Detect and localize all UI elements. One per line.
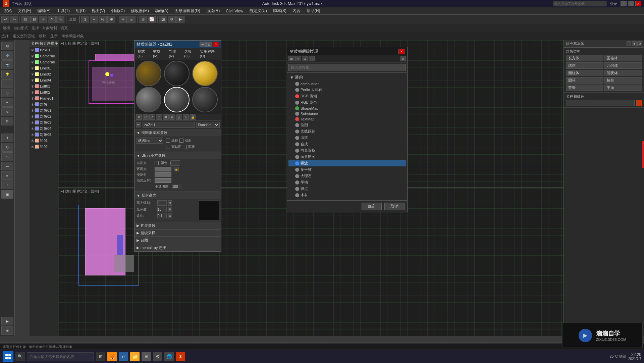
maps-header[interactable]: ▶ 贴图 bbox=[135, 237, 221, 244]
rotate-gizmo-tool[interactable]: ↻ bbox=[1, 143, 13, 152]
supersample-header[interactable]: ▶ 超级采样 bbox=[135, 229, 221, 237]
opacity-input[interactable] bbox=[172, 184, 182, 189]
menu-edit[interactable]: 编辑(E) bbox=[35, 7, 53, 14]
shader-type-select[interactable]: (B)Blinn bbox=[137, 138, 163, 144]
tree-item-rgb-tint[interactable]: RGB 染色 bbox=[288, 99, 406, 106]
move-btn[interactable]: ✛ bbox=[39, 16, 47, 23]
tree-item-dent[interactable]: 凹痕 bbox=[288, 135, 406, 141]
mat-browser-close[interactable]: ✕ bbox=[398, 49, 405, 54]
facemat-cb[interactable] bbox=[166, 145, 170, 149]
blinn-section-header[interactable]: ▼ Blinn 基本参数 bbox=[135, 152, 221, 159]
helper-tool[interactable]: + bbox=[1, 98, 13, 107]
percent-snap-btn[interactable]: % bbox=[99, 16, 107, 23]
gloss-spin[interactable]: ⊕ bbox=[168, 200, 172, 206]
btn-pyramid[interactable]: 棱柱 bbox=[604, 77, 642, 84]
btn-tube[interactable]: 管状体 bbox=[604, 70, 642, 76]
mb-view-btn4[interactable]: ◻ bbox=[309, 56, 315, 61]
btn-plane[interactable]: 平面 bbox=[604, 85, 642, 91]
mat-type-select[interactable]: Standard bbox=[196, 122, 220, 128]
mat-editor-close[interactable]: ✕ bbox=[213, 42, 219, 47]
mat-menu-options[interactable]: 选项(O) bbox=[182, 49, 198, 58]
gloss-input[interactable] bbox=[157, 200, 167, 206]
tree-item-wood[interactable]: 木材 bbox=[288, 192, 406, 198]
viewport-tool[interactable]: ▣ bbox=[1, 190, 13, 199]
obj-name-input[interactable] bbox=[566, 100, 635, 106]
menu-group[interactable]: 组(G) bbox=[73, 7, 88, 14]
select-btn[interactable]: ⊡ bbox=[21, 16, 30, 23]
app-icon2[interactable]: ⚙ bbox=[153, 352, 162, 361]
illum-val-input[interactable] bbox=[170, 160, 180, 166]
undo-btn[interactable]: ↩ bbox=[1, 16, 9, 23]
geometry-tool[interactable]: ⬛ bbox=[1, 79, 13, 88]
menu-help[interactable]: 帮助(H) bbox=[304, 7, 323, 14]
name-color-swatch[interactable] bbox=[636, 100, 642, 106]
select-tool[interactable]: ⊡ bbox=[1, 42, 13, 50]
mat-browser-ok[interactable]: 确定 bbox=[362, 203, 382, 210]
mat-tb-btn5[interactable]: ⊞ bbox=[163, 114, 169, 120]
mb-view-btn1[interactable]: ⊞ bbox=[288, 56, 294, 61]
soften-spin[interactable]: ⊕ bbox=[168, 213, 172, 218]
shader-section-header[interactable]: ▼ 明暗器基本参数 bbox=[135, 129, 221, 136]
tree-item-perlin[interactable]: Perlin 大理石 bbox=[288, 87, 406, 93]
menu-graph-editor[interactable]: 图形编辑器(D) bbox=[172, 7, 203, 14]
mirror-btn[interactable]: ⇔ bbox=[119, 16, 127, 23]
mat-menu-utils[interactable]: 实用程序(U) bbox=[198, 49, 220, 58]
mentalray-header[interactable]: ▶ mental ray 连接 bbox=[135, 244, 221, 251]
mat-ball-6[interactable] bbox=[192, 87, 218, 112]
menu-3ds[interactable]: 3DS bbox=[1, 8, 14, 14]
btn-geosphere[interactable]: 几何体 bbox=[604, 62, 642, 69]
reflect-section-header[interactable]: ▼ 反射高光 bbox=[135, 192, 221, 199]
mat-editor-maximize[interactable]: □ bbox=[206, 42, 212, 47]
mb-view-btn5[interactable]: ⚙ bbox=[400, 56, 406, 61]
tree-item-speckle[interactable]: 斑点 bbox=[288, 186, 406, 192]
btn-cylinder[interactable]: 圆柱体 bbox=[566, 70, 603, 76]
link-icon[interactable]: 🔒 bbox=[174, 167, 179, 171]
redo-btn[interactable]: ↪ bbox=[10, 16, 18, 23]
twosided-cb[interactable] bbox=[179, 139, 183, 143]
mat-tb-btn9[interactable]: 🔒 bbox=[190, 114, 196, 120]
folder-icon[interactable]: 📁 bbox=[130, 352, 140, 361]
wireframe-cb[interactable] bbox=[166, 139, 170, 143]
tree-item-textmap[interactable]: TextMap bbox=[288, 116, 406, 122]
mirror-gizmo-tool[interactable]: ⇔ bbox=[1, 162, 13, 170]
light-tool[interactable]: 💡 bbox=[1, 70, 13, 79]
go-forward-btn[interactable]: ▶ bbox=[1, 317, 13, 325]
close-button[interactable]: ✕ bbox=[635, 1, 641, 6]
mat-name-input[interactable] bbox=[143, 122, 195, 128]
mb-view-btn2[interactable]: ≡ bbox=[295, 56, 301, 61]
layer-btn[interactable]: ⊞ bbox=[139, 16, 147, 23]
tree-item-bitmap[interactable]: 位图 bbox=[288, 122, 406, 128]
menu-create[interactable]: 创建(C) bbox=[108, 7, 127, 14]
align-btn[interactable]: ≡ bbox=[127, 16, 136, 23]
create-preview-btn[interactable]: ⊕ bbox=[1, 326, 13, 335]
scale-btn[interactable]: ⤡ bbox=[56, 16, 64, 23]
mat-editor-titlebar[interactable]: 材质编辑器 - zaZhi1 ─ □ ✕ bbox=[135, 41, 221, 48]
props-icon3[interactable]: ⚙ bbox=[637, 41, 642, 46]
tree-item-shapemap[interactable]: ShapeMap bbox=[288, 106, 406, 111]
mat-search-input[interactable] bbox=[288, 64, 406, 71]
tree-item-substance[interactable]: Substance bbox=[288, 111, 406, 116]
ie-icon[interactable]: e bbox=[119, 352, 128, 361]
align-gizmo-tool[interactable]: ≡ bbox=[1, 171, 13, 180]
app-icon1[interactable]: 🖥 bbox=[142, 352, 151, 361]
tree-item-tiles[interactable]: 平铺 bbox=[288, 179, 406, 186]
mat-tb-btn6[interactable]: ⊗ bbox=[169, 114, 175, 120]
link-tool[interactable]: 🔗 bbox=[1, 51, 13, 60]
tree-item-rgb-mult[interactable]: RGB 倍增 bbox=[288, 93, 406, 99]
btn-cone[interactable]: 圆锥体 bbox=[604, 55, 642, 61]
faceted-cb[interactable] bbox=[183, 145, 187, 149]
render-btn[interactable]: 🖼 bbox=[159, 16, 167, 23]
color-cb[interactable] bbox=[155, 161, 159, 165]
specular-swatch[interactable] bbox=[155, 178, 171, 183]
mat-tb-btn7[interactable]: △ bbox=[176, 114, 182, 120]
shine-spin[interactable]: ⊕ bbox=[168, 207, 172, 212]
mat-edit-icon[interactable]: ✏ bbox=[136, 122, 141, 127]
active-render-btn[interactable]: ▶ bbox=[176, 16, 184, 23]
scale-gizmo-tool[interactable]: ⤡ bbox=[1, 152, 13, 161]
tree-item-marble[interactable]: 大理石 bbox=[288, 173, 406, 179]
shape-tool[interactable]: ⬡ bbox=[1, 89, 13, 97]
mat-ball-4[interactable] bbox=[136, 87, 161, 112]
mat-editor-minimize[interactable]: ─ bbox=[200, 42, 206, 47]
tree-item-combustion[interactable]: combustion bbox=[288, 81, 406, 87]
menu-script[interactable]: 脚本(S) bbox=[270, 7, 289, 14]
